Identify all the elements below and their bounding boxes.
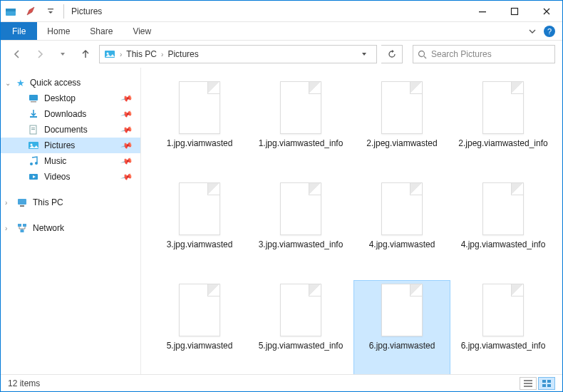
breadcrumb-item[interactable]: Pictures [167,49,198,59]
network-icon [16,222,28,234]
tab-file[interactable]: File [1,22,37,40]
tab-view[interactable]: View [123,22,161,40]
nav-forward-button[interactable] [31,45,49,63]
tab-label: Share [90,26,113,36]
explorer-app-icon[interactable] [1,1,21,21]
file-item[interactable]: 3.jpg.viamwasted [151,179,248,276]
pin-icon: 📌 [120,139,134,152]
sidebar-item-label: Desktop [44,93,76,103]
sidebar-item-label: Videos [44,172,70,182]
chevron-down-icon[interactable]: ⌄ [5,79,11,87]
item-count-label: 12 items [8,378,40,388]
ribbon-expand-icon[interactable] [528,28,537,35]
window-controls [466,1,562,22]
file-name-label: 5.jpg.viamwasted_info [256,341,346,351]
minimize-button[interactable] [466,1,498,22]
file-icon [482,81,524,134]
tab-file-label: File [12,26,26,36]
file-item[interactable]: 3.jpg.viamwasted_info [252,179,349,276]
svg-rect-29 [542,384,546,387]
chevron-right-icon[interactable]: › [161,51,163,58]
help-icon[interactable]: ? [544,26,555,37]
close-button[interactable] [530,1,562,22]
file-item[interactable]: 1.jpg.viamwasted_info [252,78,349,175]
sidebar-item-label: This PC [33,197,63,207]
file-item[interactable]: 4.jpg.viamwasted_info [455,179,552,276]
chevron-right-icon[interactable]: › [5,199,7,207]
chevron-right-icon[interactable]: › [5,225,7,232]
desktop-icon [28,93,39,104]
file-name-label: 6.jpg.viamwasted_info [458,341,549,351]
svg-rect-13 [31,129,35,130]
file-name-label: 1.jpg.viamwasted [164,138,236,149]
file-name-label: 6.jpg.viamwasted [366,341,438,351]
refresh-button[interactable] [381,45,403,63]
svg-point-17 [35,162,38,165]
file-item[interactable]: 2.jpeg.viamwasted [353,78,450,175]
music-icon [28,155,39,167]
sidebar-item-label: Quick access [30,78,81,88]
sidebar-item-documents[interactable]: Documents📌 [1,122,140,138]
navigation-pane: ⌄ ★ Quick access Desktop📌Downloads📌Docum… [1,68,141,374]
svg-rect-30 [547,384,551,387]
address-dropdown-icon[interactable] [356,51,372,58]
file-item[interactable]: 2.jpeg.viamwasted_info [455,78,552,175]
qat-dropdown-icon[interactable] [41,1,61,21]
window-title: Pictures [71,6,102,16]
search-input[interactable]: Search Pictures [413,45,555,63]
tab-share[interactable]: Share [80,22,123,40]
sidebar-item-pictures[interactable]: Pictures📌 [1,138,140,153]
sidebar-item-label: Downloads [44,109,86,119]
tab-label: Home [47,26,70,36]
sidebar-item-music[interactable]: Music📌 [1,153,140,169]
sidebar-item-label: Documents [44,125,88,135]
thumbnails-view-button[interactable] [538,377,555,390]
computer-icon [16,197,28,208]
sidebar-this-pc[interactable]: › This PC [1,195,140,210]
nav-back-button[interactable] [8,45,26,63]
nav-recent-dropdown[interactable] [53,45,72,63]
svg-rect-9 [31,101,36,103]
qat-properties-icon[interactable] [21,1,41,21]
file-item[interactable]: 4.jpg.viamwasted [353,179,450,276]
sidebar-item-label: Pictures [44,140,75,150]
svg-rect-21 [18,224,21,227]
svg-rect-23 [21,229,24,232]
file-item[interactable]: 6.jpg.viamwasted [353,280,450,374]
file-icon [280,81,321,134]
search-icon [418,50,427,59]
file-icon [381,284,423,336]
sidebar-item-downloads[interactable]: Downloads📌 [1,106,140,122]
nav-up-button[interactable] [76,45,95,63]
file-icon [179,284,220,336]
svg-rect-25 [524,383,532,384]
chevron-right-icon[interactable]: › [120,51,122,58]
svg-rect-4 [511,8,517,14]
file-item[interactable]: 6.jpg.viamwasted_info [455,280,552,374]
sidebar-quick-access[interactable]: ⌄ ★ Quick access [1,75,140,91]
sidebar-item-videos[interactable]: Videos📌 [1,169,140,185]
breadcrumb-item[interactable]: This PC [126,49,157,59]
file-icon [482,284,524,336]
maximize-button[interactable] [498,1,530,22]
svg-rect-24 [524,380,532,381]
file-name-label: 4.jpg.viamwasted [366,239,438,250]
sidebar-item-desktop[interactable]: Desktop📌 [1,91,140,106]
file-icon [280,182,321,235]
pin-icon: 📌 [120,123,134,136]
file-item[interactable]: 1.jpg.viamwasted [151,78,248,175]
file-item[interactable]: 5.jpg.viamwasted [151,280,248,374]
file-icon [280,284,321,336]
svg-rect-3 [479,11,486,12]
breadcrumb[interactable]: › This PC › Pictures [99,45,377,63]
file-item[interactable]: 5.jpg.viamwasted_info [252,280,349,374]
quick-access-toolbar: Pictures [1,1,102,21]
pin-icon: 📌 [120,155,134,167]
sidebar-network[interactable]: › Network [1,220,140,236]
sidebar-item-label: Network [33,223,64,233]
tab-home[interactable]: Home [37,22,80,40]
file-list[interactable]: 1.jpg.viamwasted1.jpg.viamwasted_info2.j… [141,68,562,374]
details-view-button[interactable] [520,377,537,390]
svg-rect-1 [6,9,16,11]
file-icon [381,182,423,235]
